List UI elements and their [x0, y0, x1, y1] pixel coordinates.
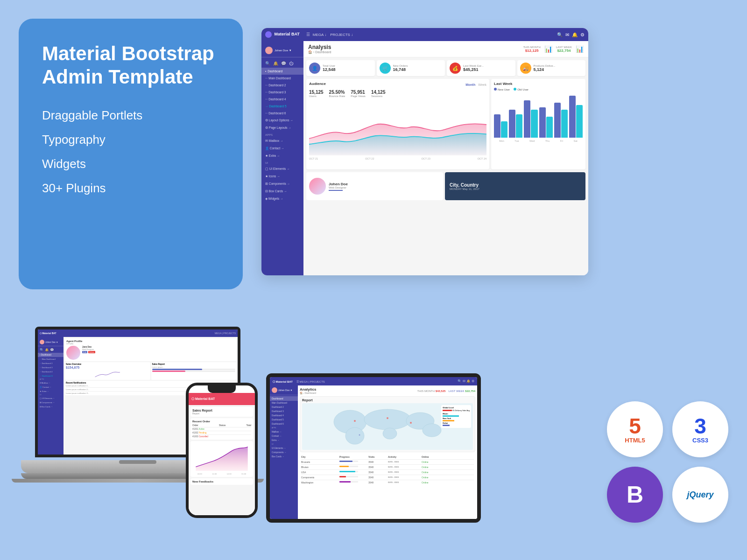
mail-icon[interactable]: ✉ [565, 32, 569, 37]
phone-content: Sales Report Report Recent Order OrderSt… [189, 405, 255, 515]
bar-mon-new [494, 114, 500, 138]
search-icon[interactable]: 🔍 [265, 61, 270, 66]
svg-point-6 [354, 420, 356, 422]
power-icon[interactable]: ⏻ [289, 61, 293, 66]
sidebar-item-d2[interactable]: ··· Dashboard 2 [261, 82, 303, 89]
ts-last-week: LAST WEEK $22,754 [448, 390, 475, 392]
bootstrap-symbol: B [627, 483, 643, 506]
dashboard-icon: ▪ [265, 70, 266, 73]
bar-sat-old [576, 105, 583, 138]
db-sidebar-items: ▪ Dashboard ··· Main Dashboard ··· Dashb… [261, 68, 303, 203]
db-content-header: Analysis 🏠 › Dashboard THIS MONTH $12,12… [303, 41, 588, 57]
sidebar-item-extra[interactable]: ★ Extra → [261, 152, 303, 160]
month-tab[interactable]: Month [465, 83, 475, 86]
ts-main: Analytics 🏠 › Dashboard THIS MONTH $43,5… [298, 385, 477, 519]
avatar [265, 47, 273, 54]
db-sidebar-user[interactable]: Johen Doe ▼ [261, 44, 303, 57]
stat-card-orders: 🛒 New Orders 16,748 [377, 60, 445, 76]
stat-card-delivery: 🚚 Products Delive... 5,124 [517, 60, 586, 76]
db-nav-projects[interactable]: PROJECTS ↓ [330, 33, 353, 37]
breadcrumb: 🏠 › Dashboard [308, 50, 331, 54]
sidebar-item-layout[interactable]: ⚙ Layout Options → [261, 117, 303, 124]
sidebar-item-boxcards[interactable]: ⊟ Box Cards → [261, 188, 303, 195]
sidebar-item-mailbox[interactable]: ✉ Mailbox → [261, 137, 303, 145]
db-menu-icon: ☰ [306, 32, 310, 37]
ts-this-month: THIS MONTH $43,525 [417, 390, 446, 392]
bell-icon[interactable]: 🔔 [572, 32, 578, 37]
week-tab[interactable]: Week [478, 83, 486, 86]
html5-label: HTML5 [625, 437, 645, 444]
sidebar-item-pages[interactable]: ⚙ Page Layouts → [261, 124, 303, 132]
db-nav: MEGA ↓ PROJECTS ↓ [313, 33, 353, 37]
chat-icon[interactable]: 💬 [281, 61, 286, 66]
sidebar-item-d5[interactable]: → Dashboard 5 [261, 103, 303, 110]
profile-strip: Johen Doe Web Designer City, Country MON… [306, 172, 585, 200]
main-title: Material Bootstrap Admin Template [42, 42, 219, 89]
svg-point-1 [364, 409, 411, 430]
profile-card: Johen Doe Web Designer [306, 172, 443, 200]
search-icon[interactable]: 🔍 [557, 32, 563, 37]
db-topbar-icons: 🔍 ✉ 🔔 ⚙ [557, 32, 585, 37]
css3-number: 3 [694, 415, 706, 437]
sidebar-section-apps: APPS [261, 132, 303, 137]
sidebar-item-components[interactable]: ⊞ Components → [261, 180, 303, 188]
charts-row: Audience Month Week 15,125 Users 25.50% [303, 79, 588, 172]
sidebar-item-d3[interactable]: ··· Dashboard 3 [261, 89, 303, 96]
stat-value: 12,548 [323, 67, 336, 72]
ts-avatar [272, 387, 277, 393]
stat-cards-row: 👤 Total User 12,548 🛒 New Orders 16,748 … [303, 57, 588, 79]
delivery-icon: 🚚 [520, 63, 531, 74]
bar-fri-new [554, 103, 561, 138]
jquery-logo: jQuery [672, 467, 728, 523]
db-topbar: Material BAT ☰ MEGA ↓ PROJECTS ↓ 🔍 ✉ 🔔 ⚙ [261, 28, 588, 41]
ts-breadcrumb: 🏠 › Dashboard [300, 392, 317, 394]
bar-tue-old [516, 114, 522, 138]
audience-line-chart [309, 99, 486, 155]
sidebar-item-dashboard[interactable]: ▪ Dashboard [261, 68, 303, 75]
city-card: City, Country MONDAY May 11, 2017 [445, 172, 585, 200]
gear-icon[interactable]: ⚙ [580, 32, 585, 37]
ls-nav: MEGA | PROJECTS [215, 332, 236, 335]
tablet-screen: ⬡ Material BAT ☰ MEGA | PROJECTS 🔍 ✉ 🔔 ⚙… [266, 373, 481, 523]
db-nav-mega[interactable]: MEGA ↓ [313, 33, 326, 37]
profile-avatar [309, 178, 326, 195]
ts-sidebar: Johen Doe ▼ Dashboard Main Dashboard Das… [270, 385, 298, 519]
db-main-content: Analysis 🏠 › Dashboard THIS MONTH $12,12… [303, 41, 588, 275]
svg-point-8 [410, 422, 412, 424]
users-icon: 👤 [309, 63, 320, 74]
ls-avatar [40, 340, 44, 344]
bar-tue-new [509, 110, 515, 138]
feature-item: Typography [42, 127, 219, 152]
sidebar-item-d4[interactable]: ··· Dashboard 4 [261, 96, 303, 103]
chart-legend: New User Old User [494, 88, 583, 91]
bell-icon[interactable]: 🔔 [273, 61, 278, 66]
bar-wed-new [524, 100, 530, 138]
sidebar-item-ui[interactable]: ▢ UI Elements → [261, 165, 303, 173]
ts-nav: ☰ MEGA | PROJECTS [296, 380, 325, 383]
sidebar-item-contact[interactable]: 👤 Contact → [261, 145, 303, 152]
bar-wed-old [531, 110, 537, 138]
last-week-chart: Last Week New User Old User [491, 79, 585, 169]
tech-logos: 5 HTML5 3 CSS3 B jQuery [607, 401, 728, 523]
svg-point-3 [345, 427, 364, 444]
metric-users: 15,125 Users [309, 90, 324, 98]
stat-value: $45,251 [463, 67, 484, 72]
ls-sidebar: Johen Doe ▼ 🔍 🔔 💬 ▪ Dashboard ··· Main D… [38, 337, 63, 455]
bar-sat-new [569, 96, 576, 138]
css3-label: CSS3 [692, 437, 708, 444]
phone-header: ⬡ Material BAT [189, 393, 255, 405]
tablet-mockup: ⬡ Material BAT ☰ MEGA | PROJECTS 🔍 ✉ 🔔 ⚙… [266, 373, 490, 537]
sidebar-item-widgets[interactable]: ◈ Widgets → [261, 195, 303, 203]
phone-notch [208, 385, 236, 393]
sidebar-item-icons[interactable]: ★ Icons → [261, 173, 303, 180]
css3-logo: 3 CSS3 [672, 401, 728, 457]
sidebar-item-d6[interactable]: ··· Dashboard 6 [261, 110, 303, 117]
feature-item: Widgets [42, 152, 219, 176]
earnings-icon: 💰 [450, 63, 461, 74]
sidebar-item-main[interactable]: ··· Main Dashboard [261, 75, 303, 82]
world-map: Global Level 65 Delivery Sale Avg Miami … [302, 403, 473, 450]
phone-brand: ⬡ Material BAT [191, 397, 215, 401]
bar-fri-old [561, 110, 568, 138]
svg-point-7 [387, 417, 388, 419]
orders-icon: 🛒 [380, 63, 391, 74]
